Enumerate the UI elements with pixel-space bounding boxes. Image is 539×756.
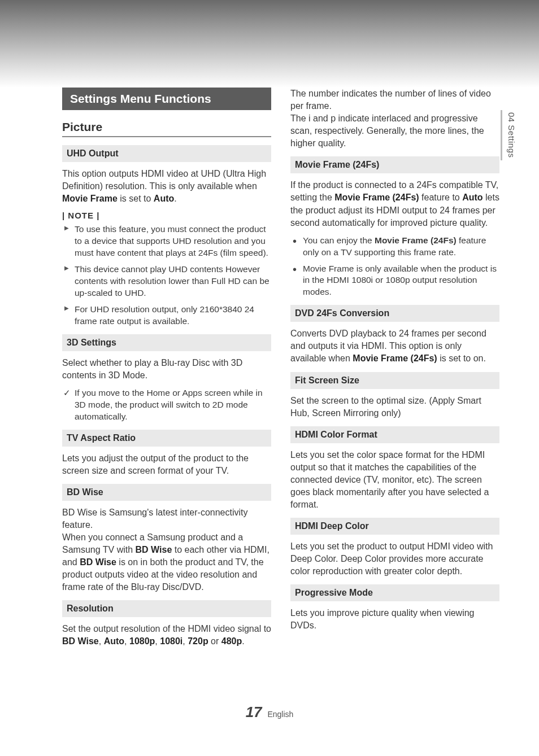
- subhead-progressive: Progressive Mode: [290, 584, 499, 601]
- bold: Movie Frame (24Fs): [353, 353, 437, 363]
- list-item: For UHD resolution output, only 2160*384…: [62, 304, 271, 327]
- prog-desc: Lets you improve picture quality when vi…: [290, 607, 499, 632]
- bold: 1080i: [160, 636, 182, 646]
- text: .: [174, 194, 176, 203]
- chapter-title: Settings Menu Functions: [62, 88, 271, 110]
- text: ,: [182, 636, 188, 646]
- text: ,: [155, 636, 160, 646]
- text: This option outputs HDMI video at UHD (U…: [62, 169, 266, 191]
- threeD-check-list: If you move to the Home or Apps screen w…: [62, 387, 271, 423]
- text: ,: [99, 636, 104, 646]
- text: Set the output resolution of the HDMI vi…: [62, 624, 271, 633]
- bold: Movie Frame (24Fs): [334, 193, 419, 202]
- bdwise-desc: BD Wise is Samsung's latest inter-connec…: [62, 506, 271, 594]
- bold: Movie Frame: [62, 194, 118, 203]
- text: You can enjoy the: [303, 235, 375, 245]
- subhead-hdmi-deep: HDMI Deep Color: [290, 518, 499, 535]
- bold: BD Wise: [80, 557, 116, 567]
- list-item: Movie Frame is only available when the p…: [290, 263, 499, 299]
- subhead-movie-frame: Movie Frame (24Fs): [290, 156, 499, 173]
- subhead-fit-screen: Fit Screen Size: [290, 372, 499, 389]
- section-title-picture: Picture: [62, 120, 271, 137]
- bold: 720p: [188, 636, 208, 646]
- hdmideep-desc: Lets you set the product to output HDMI …: [290, 540, 499, 578]
- uhd-note-list: To use this feature, you must connect th…: [62, 224, 271, 327]
- bold: Movie Frame (24Fs): [375, 235, 457, 245]
- text: is set to on.: [437, 353, 486, 363]
- resolution-cont: The number indicates the number of lines…: [290, 88, 499, 150]
- subhead-dvd-24fs: DVD 24Fs Conversion: [290, 305, 499, 322]
- subhead-uhd-output: UHD Output: [62, 145, 271, 162]
- list-item: You can enjoy the Movie Frame (24Fs) fea…: [290, 235, 499, 259]
- left-column: Settings Menu Functions Picture UHD Outp…: [62, 88, 271, 653]
- movieframe-list: You can enjoy the Movie Frame (24Fs) fea…: [290, 235, 499, 299]
- uhd-desc: This option outputs HDMI video at UHD (U…: [62, 168, 271, 205]
- bold: Auto: [462, 193, 483, 202]
- list-item: To use this feature, you must connect th…: [62, 224, 271, 259]
- list-item: If you move to the Home or Apps screen w…: [62, 387, 271, 423]
- list-item: This device cannot play UHD contents How…: [62, 264, 271, 299]
- bold: Auto: [154, 194, 174, 203]
- bold: BD Wise: [136, 545, 172, 554]
- bold: 1080p: [129, 636, 155, 646]
- bold: Auto: [104, 636, 124, 646]
- threeD-desc: Select whether to play a Blu-ray Disc wi…: [62, 357, 271, 382]
- text: BD Wise is Samsung's latest inter-connec…: [62, 508, 248, 530]
- page-footer: 17 English: [0, 703, 539, 721]
- subhead-tv-aspect: TV Aspect Ratio: [62, 430, 271, 447]
- hdmicolor-desc: Lets you set the color space format for …: [290, 449, 499, 511]
- bold: 480p: [221, 636, 242, 646]
- text: feature to: [419, 193, 463, 202]
- subhead-3d-settings: 3D Settings: [62, 334, 271, 351]
- text: ,: [124, 636, 129, 646]
- resolution-desc: Set the output resolution of the HDMI vi…: [62, 623, 271, 648]
- text: .: [242, 636, 244, 646]
- text: is set to: [118, 194, 154, 203]
- movieframe-desc: If the product is connected to a 24Fs co…: [290, 179, 499, 229]
- text: or: [208, 636, 221, 646]
- bold: BD Wise: [62, 636, 99, 646]
- dvd24-desc: Converts DVD playback to 24 frames per s…: [290, 327, 499, 365]
- page-content: Settings Menu Functions Picture UHD Outp…: [0, 0, 539, 653]
- fit-desc: Set the screen to the optimal size. (App…: [290, 395, 499, 419]
- right-column: The number indicates the number of lines…: [290, 88, 499, 653]
- page-language: English: [267, 710, 293, 719]
- aspect-desc: Lets you adjust the output of the produc…: [62, 452, 271, 477]
- subhead-resolution: Resolution: [62, 600, 271, 617]
- subhead-hdmi-color: HDMI Color Format: [290, 426, 499, 443]
- note-label: | NOTE |: [62, 211, 271, 220]
- subhead-bd-wise: BD Wise: [62, 484, 271, 501]
- page-number: 17: [246, 703, 262, 720]
